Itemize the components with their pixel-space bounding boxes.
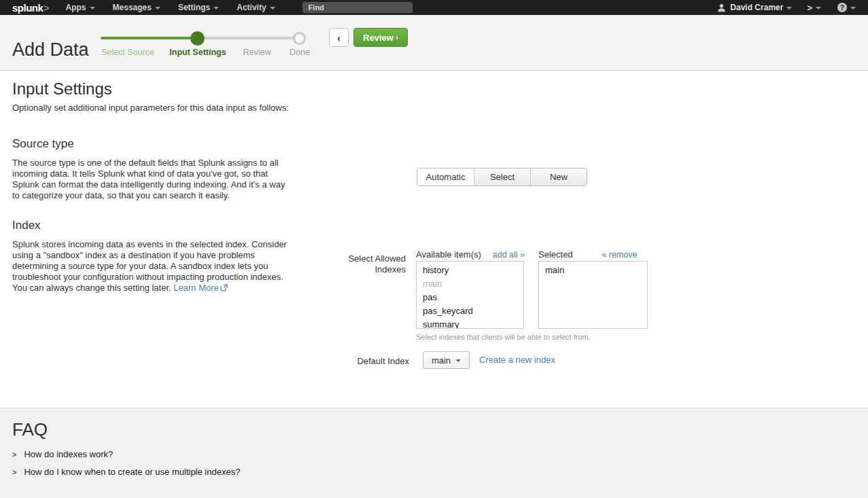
chevron-down-icon xyxy=(213,7,219,10)
user-menu[interactable]: David Cramer xyxy=(717,3,792,12)
source-type-option-automatic[interactable]: Automatic xyxy=(417,168,474,185)
list-item[interactable]: history xyxy=(417,264,523,277)
learn-more-link[interactable]: Learn More xyxy=(173,283,227,293)
default-index-label: Default Index xyxy=(328,356,409,367)
review-button[interactable]: Review › xyxy=(353,28,408,47)
chevron-down-icon xyxy=(270,7,275,10)
progress-line-completed xyxy=(101,37,198,39)
nav-menu-apps-label: Apps xyxy=(66,3,86,12)
chevron-down-icon xyxy=(90,7,95,10)
source-type-option-new[interactable]: New xyxy=(530,168,587,185)
faq-heading: FAQ xyxy=(12,419,48,440)
step-label-review: Review xyxy=(243,48,271,57)
list-item[interactable]: summary xyxy=(417,318,523,329)
list-item[interactable]: pas_keycard xyxy=(417,304,523,318)
content-subtitle: Optionally set additional input paramete… xyxy=(12,103,289,113)
step-label-select-source: Select Source xyxy=(101,48,154,57)
faq-item-multiple-indexes[interactable]: > How do I know when to create or use mu… xyxy=(12,467,240,477)
splunk-logo-mark: > xyxy=(44,3,49,14)
list-item[interactable]: pas xyxy=(417,291,523,304)
select-allowed-indexes-label: Select Allowed Indexes xyxy=(341,253,406,275)
external-link-icon xyxy=(220,284,228,291)
list-item: main xyxy=(417,277,523,291)
list-item[interactable]: main xyxy=(539,264,647,277)
wizard-header: Add Data Select Source Input Settings Re… xyxy=(0,15,868,71)
page-title: Add Data xyxy=(12,39,89,60)
index-description-text: Splunk stores incoming data as events in… xyxy=(12,239,287,293)
create-new-index-link[interactable]: Create a new index xyxy=(479,355,555,365)
chevron-down-icon xyxy=(155,7,160,10)
current-step-dot xyxy=(190,31,205,46)
source-type-description: The source type is one of the default fi… xyxy=(12,158,285,201)
index-description: Splunk stores incoming data as events in… xyxy=(12,239,291,294)
chevron-right-icon: › xyxy=(396,33,398,42)
splunk-logo-word: splunk xyxy=(12,2,43,14)
chevron-right-icon: > xyxy=(12,468,16,476)
done-step-circle xyxy=(293,32,306,45)
add-all-link[interactable]: add all » xyxy=(493,250,525,260)
main-content: Input Settings Optionally set additional… xyxy=(0,71,868,408)
help-icon: ? xyxy=(837,3,847,12)
learn-more-label: Learn More xyxy=(173,283,218,293)
step-label-done: Done xyxy=(290,48,310,57)
nav-menu-settings-label: Settings xyxy=(178,3,210,12)
help-menu[interactable]: ? xyxy=(837,3,856,12)
chevron-down-icon xyxy=(455,359,461,362)
nav-menu-settings[interactable]: Settings xyxy=(178,3,219,12)
chevron-down-icon xyxy=(850,7,856,10)
nav-menu-messages[interactable]: Messages xyxy=(113,3,160,12)
content-title: Input Settings xyxy=(12,79,112,99)
chevron-right-icon: > xyxy=(12,450,16,459)
top-nav-bar: splunk > Apps Messages Settings Activity xyxy=(0,0,868,15)
chevron-down-icon xyxy=(816,7,821,10)
faq-section: FAQ > How do indexes work? > How do I kn… xyxy=(0,408,868,498)
splunk-mark-icon: > xyxy=(807,3,812,13)
index-heading: Index xyxy=(12,219,41,232)
available-items-listbox[interactable]: history main pas pas_keycard summary xyxy=(416,261,524,329)
default-index-value: main xyxy=(432,355,451,366)
topnav-right-group: David Cramer > ? xyxy=(717,3,860,13)
step-label-input-settings: Input Settings xyxy=(169,48,226,57)
source-type-button-group: Automatic Select New xyxy=(417,168,587,186)
source-type-option-select[interactable]: Select xyxy=(474,168,530,185)
splunk-mark-menu[interactable]: > xyxy=(807,3,821,13)
nav-menu-apps[interactable]: Apps xyxy=(66,3,95,12)
splunk-logo[interactable]: splunk > xyxy=(12,2,50,14)
person-icon xyxy=(717,3,726,12)
available-items-title: Available item(s) xyxy=(416,249,481,260)
add-data-page: splunk > Apps Messages Settings Activity xyxy=(0,0,868,498)
chevron-down-icon xyxy=(786,7,792,10)
available-items-header: Available item(s) add all » xyxy=(416,249,525,260)
source-type-heading: Source type xyxy=(12,137,74,151)
user-name-label: David Cramer xyxy=(730,3,783,12)
find-search-input[interactable] xyxy=(302,2,413,13)
nav-menu-activity-label: Activity xyxy=(237,3,266,12)
faq-question-label: How do indexes work? xyxy=(24,449,113,459)
chevron-left-icon: ‹ xyxy=(337,32,341,43)
nav-menu-activity[interactable]: Activity xyxy=(237,3,275,12)
faq-question-label: How do I know when to create or use mult… xyxy=(24,467,240,477)
select-allowed-help-text: Select indexes that clients will be able… xyxy=(416,333,591,341)
faq-item-indexes-work[interactable]: > How do indexes work? xyxy=(12,449,113,459)
selected-items-listbox[interactable]: main xyxy=(538,261,648,329)
default-index-dropdown[interactable]: main xyxy=(423,351,470,369)
nav-menu-messages-label: Messages xyxy=(113,3,152,12)
progress-line-remaining xyxy=(197,37,300,39)
review-button-label: Review xyxy=(363,33,394,43)
back-button[interactable]: ‹ xyxy=(329,28,349,47)
